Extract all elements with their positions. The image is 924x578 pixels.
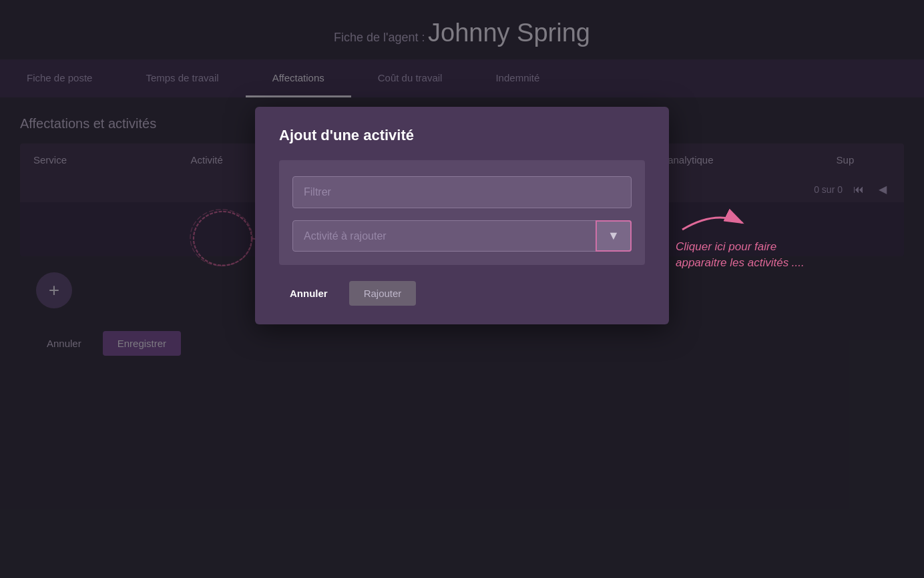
modal-rajouter-button[interactable]: Rajouter	[349, 281, 417, 306]
modal-annuler-button[interactable]: Annuler	[279, 282, 338, 304]
filter-input[interactable]	[292, 176, 632, 208]
dropdown-button[interactable]: ▼	[596, 220, 632, 252]
chevron-down-icon: ▼	[608, 229, 620, 243]
modal-footer: Annuler Rajouter	[279, 281, 645, 306]
modal-body: Activité à rajouter ▼	[279, 160, 645, 265]
modal-dialog: Ajout d'une activité Activité à rajouter…	[255, 107, 669, 324]
modal-overlay: Ajout d'une activité Activité à rajouter…	[0, 0, 924, 578]
modal-title: Ajout d'une activité	[279, 127, 645, 144]
annotation-tooltip: Cliquer ici pour faire apparaitre les ac…	[676, 196, 809, 271]
activity-select-wrapper: Activité à rajouter ▼	[292, 220, 632, 252]
activity-select[interactable]: Activité à rajouter	[292, 220, 632, 252]
